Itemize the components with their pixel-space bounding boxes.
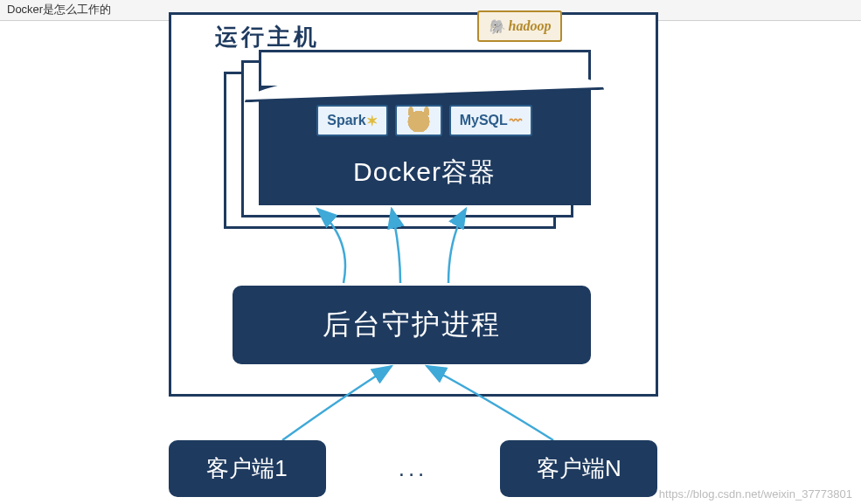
container-stack: 🐘 hadoop Spark ✶ MySQL 〰 [259, 50, 608, 224]
daemon-box: 后台守护进程 [233, 286, 591, 364]
host-label: 运行主机 [215, 22, 320, 52]
container-label: Docker容器 [261, 155, 588, 190]
tomcat-icon [406, 109, 432, 132]
daemon-label: 后台守护进程 [323, 306, 501, 344]
client-row: 客户端1 ... 客户端N [169, 440, 658, 497]
client-ellipsis: ... [399, 455, 428, 482]
client-box-n: 客户端N [500, 440, 657, 497]
elephant-icon: 🐘 [488, 18, 505, 35]
docker-architecture-diagram: 运行主机 🐘 hadoop Spark ✶ [169, 12, 693, 504]
document-area: 运行主机 🐘 hadoop Spark ✶ [0, 21, 861, 504]
hadoop-label: hadoop [509, 18, 552, 34]
tomcat-badge [395, 105, 442, 136]
watermark-text: https://blog.csdn.net/weixin_37773801 [659, 487, 852, 501]
host-box: 运行主机 🐘 hadoop Spark ✶ [169, 12, 658, 397]
client-1-label: 客户端1 [206, 453, 287, 484]
container-card-front: 🐘 hadoop Spark ✶ MySQL 〰 [259, 50, 591, 205]
spark-label: Spark [327, 113, 365, 128]
mysql-badge: MySQL 〰 [449, 105, 532, 136]
spark-star-icon: ✶ [366, 113, 378, 129]
window-title-text: Docker是怎么工作的 [7, 3, 111, 16]
mysql-label: MySQL [460, 113, 508, 128]
spark-badge: Spark ✶ [316, 105, 387, 136]
client-box-1: 客户端1 [169, 440, 326, 497]
container-wave-decor [261, 52, 588, 86]
tech-row: Spark ✶ MySQL 〰 [261, 105, 588, 136]
hadoop-badge: 🐘 hadoop [477, 10, 562, 42]
client-n-label: 客户端N [537, 453, 621, 484]
mysql-dolphin-icon: 〰 [510, 114, 522, 128]
